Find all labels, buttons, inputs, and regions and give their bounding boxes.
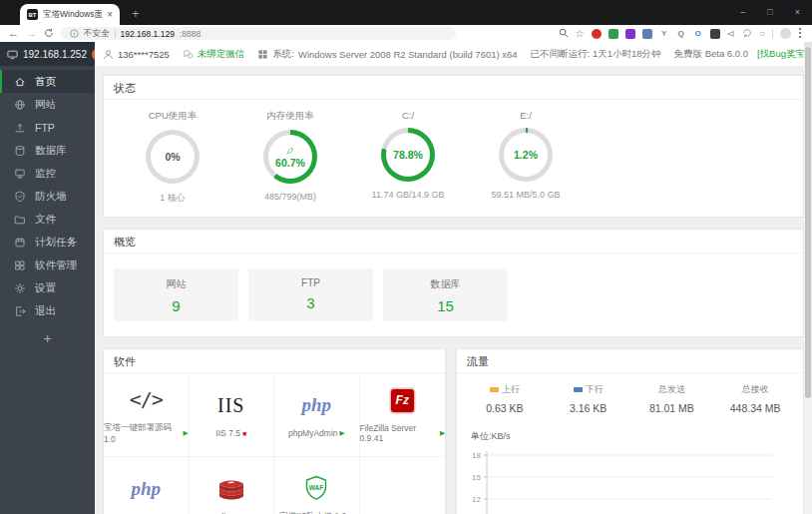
y-ext-icon[interactable]: Y xyxy=(659,29,669,39)
q-ext-icon[interactable]: Q xyxy=(676,29,686,39)
overview-box-网站[interactable]: 网站9 xyxy=(114,268,238,321)
forward-icon[interactable]: → xyxy=(26,28,37,39)
overview-title: 概览 xyxy=(104,230,803,254)
server-ip-header[interactable]: 192.168.1.252 0 xyxy=(0,42,95,66)
software-item-php[interactable]: phpPHP-5.2▶ xyxy=(104,457,190,514)
website-icon xyxy=(14,99,26,111)
address-bar[interactable]: 不安全 192.168.1.129:8888 xyxy=(61,27,456,40)
history-icon[interactable] xyxy=(742,28,752,40)
profile-avatar[interactable] xyxy=(780,28,791,39)
running-icon: ▶ xyxy=(340,429,345,437)
software-card: 软件 </>宝塔一键部署源码 1.0▶IISIIS 7.5■phpphpMyAd… xyxy=(103,348,446,514)
php-logo-icon: php xyxy=(131,475,161,503)
new-tab-button[interactable]: + xyxy=(132,7,140,20)
sidebar-menu: 首页网站FTP数据库监控防火墙文件计划任务软件管理设置退出 xyxy=(0,70,95,322)
gauge-ring: 78.8% xyxy=(381,128,435,182)
purple-ext-icon[interactable] xyxy=(625,29,635,39)
svg-text:15: 15 xyxy=(472,473,481,482)
tab-close-icon[interactable]: × xyxy=(107,10,113,20)
overview-box-FTP[interactable]: FTP3 xyxy=(248,268,373,321)
traffic-stat: 总发送81.01 MB xyxy=(630,383,714,414)
gauge-label: E:/ xyxy=(467,110,585,121)
server-monitor-icon xyxy=(7,49,18,60)
overview-box-数据库[interactable]: 数据库15 xyxy=(383,268,508,321)
sidebar-item-monitor[interactable]: 监控 xyxy=(0,162,95,185)
stopped-icon: ■ xyxy=(242,430,246,437)
software-item-redis[interactable]: redis 1.0▶ xyxy=(190,457,275,514)
sidebar-item-label: 防火墙 xyxy=(35,190,67,204)
cron-icon xyxy=(14,237,26,249)
bookmark-star-icon[interactable]: ☆ xyxy=(576,29,585,39)
window-minimize-button[interactable]: – xyxy=(740,8,745,17)
database-icon xyxy=(14,145,26,157)
software-item-php[interactable]: phpphpMyAdmin▶ xyxy=(274,373,360,457)
waf-logo-icon: WAF xyxy=(304,474,328,502)
browser-tab[interactable]: BT 宝塔Windows面板 × xyxy=(20,4,120,25)
logout-icon xyxy=(14,305,26,317)
overview-boxes: 网站9FTP3数据库15 xyxy=(104,254,803,336)
server-ip: 192.168.1.252 xyxy=(23,49,87,60)
svg-text:WAF: WAF xyxy=(309,484,323,491)
o-ext-icon[interactable]: O xyxy=(693,29,703,39)
traffic-title: 流量 xyxy=(457,349,803,373)
gauge-ring[interactable]: 60.7% xyxy=(263,130,317,184)
traffic-stat-label: 上行 xyxy=(502,383,520,396)
sidebar-item-software[interactable]: 软件管理 xyxy=(0,254,95,276)
reload-icon[interactable] xyxy=(44,28,54,40)
traffic-stats: 上行0.63 KB下行3.16 KB总发送81.01 MB总接收448.34 M… xyxy=(457,373,803,414)
window-maximize-button[interactable]: □ xyxy=(767,8,772,17)
sidebar-item-label: 首页 xyxy=(35,75,56,89)
sidebar-item-home[interactable]: 首页 xyxy=(0,70,95,93)
user-phone: 136****7525 xyxy=(118,49,170,60)
overview-label: FTP xyxy=(248,277,373,288)
traffic-stat-value: 0.63 KB xyxy=(463,402,547,414)
wechat-bind-label: 未绑定微信 xyxy=(198,48,245,61)
software-item-filezilla[interactable]: FzFileZilla Server 0.9.41▶ xyxy=(360,373,446,457)
gauge-block: 内存使用率60.7%485/799(MB) xyxy=(231,110,349,205)
redis-logo-icon xyxy=(218,475,244,503)
dark-ext-icon[interactable] xyxy=(710,29,720,39)
gauge-sub-label: 59.51 MB/5.0 GB xyxy=(467,190,585,200)
sidebar-item-database[interactable]: 数据库 xyxy=(0,139,95,162)
back-icon[interactable]: ← xyxy=(8,28,19,39)
overview-value: 3 xyxy=(248,294,373,311)
window-close-button[interactable]: × xyxy=(795,8,800,17)
cast-icon[interactable]: ⊲ xyxy=(727,29,735,39)
traffic-stat: 总接收448.34 MB xyxy=(713,383,797,414)
red-ext-icon[interactable] xyxy=(592,29,602,39)
firewall-icon xyxy=(14,191,26,203)
url-text: 192.168.1.129 xyxy=(121,29,175,39)
scrollbar-thumb[interactable] xyxy=(805,47,811,398)
software-item-waf[interactable]: WAF宝塔IIS防火墙 1.0▶ xyxy=(274,457,360,514)
green-ext-icon[interactable] xyxy=(609,29,618,39)
sidebar-item-files[interactable]: 文件 xyxy=(0,208,95,231)
gauge-sub-label: 1 核心 xyxy=(114,192,231,205)
sidebar-item-firewall[interactable]: 防火墙 xyxy=(0,185,95,208)
sidebar-item-settings[interactable]: 设置 xyxy=(0,276,95,299)
user-account[interactable]: 136****7525 xyxy=(103,49,170,60)
running-icon: ▶ xyxy=(184,429,189,437)
sidebar-item-ftp[interactable]: FTP xyxy=(0,116,95,139)
gauge-block: C:/78.8%11.74 GB/14.9 GB xyxy=(349,110,467,205)
search-icon[interactable] xyxy=(559,28,569,40)
sidebar-item-website[interactable]: 网站 xyxy=(0,93,95,116)
wechat-bind-link[interactable]: 未绑定微信 xyxy=(183,48,245,61)
files-icon xyxy=(14,214,26,226)
extensions-puzzle-icon[interactable]: ○ xyxy=(759,29,765,39)
traffic-stat: 下行3.16 KB xyxy=(547,383,630,414)
sidebar-item-cron[interactable]: 计划任务 xyxy=(0,231,95,254)
page-scrollbar[interactable] xyxy=(804,42,812,514)
sidebar-item-label: 软件管理 xyxy=(35,258,77,272)
chart-unit-label: 单位:KB/s xyxy=(471,430,803,443)
sidebar-add-button[interactable]: + xyxy=(0,331,95,345)
sidebar-item-logout[interactable]: 退出 xyxy=(0,299,95,322)
gauge-value: 1.2% xyxy=(499,128,553,182)
chrome-menu-icon[interactable] xyxy=(798,27,802,41)
software-item-iis[interactable]: IISIIS 7.5■ xyxy=(190,373,275,457)
status-title: 状态 xyxy=(104,76,803,100)
sidebar: 192.168.1.252 0 首页网站FTP数据库监控防火墙文件计划任务软件管… xyxy=(0,42,95,514)
blue-ext-icon[interactable] xyxy=(642,29,652,39)
page-content: 状态 CPU使用率0%1 核心内存使用率60.7%485/799(MB)C:/7… xyxy=(95,66,812,514)
software-item-code[interactable]: </>宝塔一键部署源码 1.0▶ xyxy=(104,373,190,457)
traffic-stat-label: 总发送 xyxy=(658,383,685,396)
